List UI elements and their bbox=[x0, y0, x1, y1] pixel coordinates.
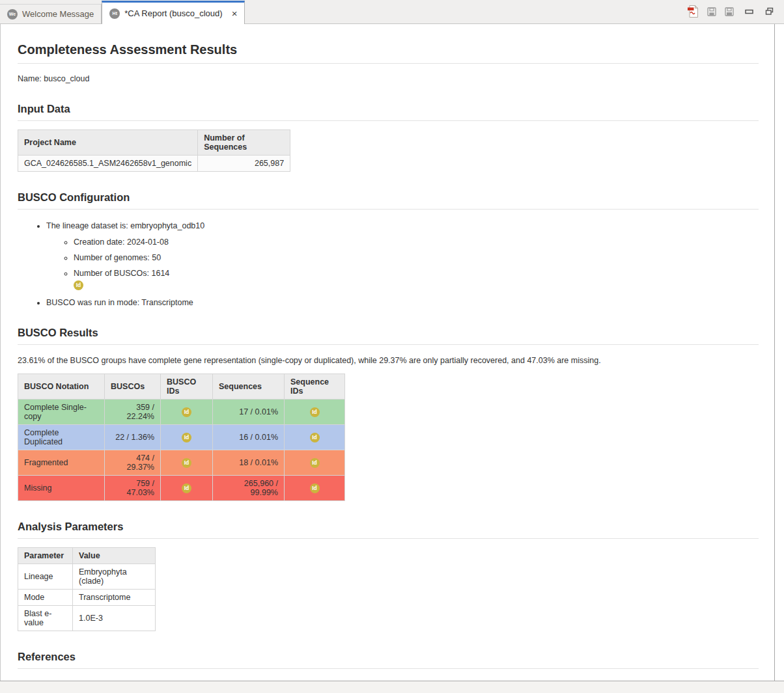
cell-project-name: GCA_024626585.1_ASM2462658v1_genomic bbox=[18, 156, 198, 172]
cell-buscos: 359 / 22.24% bbox=[105, 400, 161, 425]
cell-value: 1.0E-3 bbox=[73, 606, 156, 631]
id-list-icon[interactable]: Id bbox=[182, 458, 191, 468]
busco-config-list: The lineage dataset is: embryophyta_odb1… bbox=[18, 221, 759, 307]
cell-busco-ids: Id bbox=[161, 450, 213, 476]
col-header-sequences: Sequences bbox=[213, 374, 285, 400]
id-list-icon[interactable]: Id bbox=[182, 407, 191, 417]
section-heading-busco-configuration: BUSCO Configuration bbox=[18, 191, 759, 210]
cell-parameter: Lineage bbox=[18, 564, 73, 590]
table-header-row: Parameter Value bbox=[18, 548, 156, 564]
id-list-icon[interactable]: Id bbox=[182, 433, 191, 442]
cell-value: Transcriptome bbox=[73, 590, 156, 606]
table-row-complete-duplicated: Complete Duplicated 22 / 1.36% Id 16 / 0… bbox=[18, 425, 345, 450]
cell-sequences: 17 / 0.01% bbox=[213, 400, 285, 425]
section-heading-busco-results: BUSCO Results bbox=[18, 327, 759, 345]
cell-parameter: Blast e-value bbox=[18, 606, 73, 631]
list-item-num-genomes: Number of genomes: 50 bbox=[74, 253, 759, 262]
export-pdf-icon[interactable] bbox=[687, 5, 699, 18]
cell-sequences: 18 / 0.01% bbox=[213, 450, 285, 476]
cell-notation: Missing bbox=[18, 476, 105, 501]
cell-buscos: 474 / 29.37% bbox=[105, 450, 161, 476]
cell-parameter: Mode bbox=[18, 590, 73, 606]
view-toolbar bbox=[679, 5, 774, 18]
col-header-project-name: Project Name bbox=[18, 130, 198, 156]
section-heading-input-data: Input Data bbox=[18, 103, 759, 121]
report-name: Name: busco_cloud bbox=[18, 74, 759, 83]
tab-welcome-message[interactable]: We Welcome Message bbox=[0, 4, 102, 23]
col-header-buscos: BUSCOs bbox=[105, 374, 161, 400]
table-row-mode: Mode Transcriptome bbox=[18, 590, 156, 606]
busco-results-summary: 23.61% of the BUSCO groups have complete… bbox=[18, 356, 759, 365]
status-bar-area bbox=[0, 681, 784, 693]
tab-label: Welcome Message bbox=[22, 9, 94, 19]
save-icon[interactable] bbox=[707, 7, 716, 16]
lineage-sublist: Creation date: 2024-01-08 Number of geno… bbox=[46, 238, 759, 290]
cell-sequences: 16 / 0.01% bbox=[213, 425, 285, 450]
col-header-parameter: Parameter bbox=[18, 548, 73, 564]
minimize-icon[interactable] bbox=[745, 8, 754, 15]
list-item-mode: BUSCO was run in mode: Transcriptome bbox=[46, 298, 759, 307]
id-list-icon[interactable]: Id bbox=[182, 483, 191, 493]
input-data-table: Project Name Number of Sequences GCA_024… bbox=[18, 129, 290, 172]
col-header-value: Value bbox=[73, 548, 156, 564]
report-pane: Completeness Assessment Results Name: bu… bbox=[0, 24, 775, 681]
id-list-icon[interactable]: Id bbox=[74, 280, 83, 290]
tab-ca-report[interactable]: Ht *CA Report (busco_cloud) × bbox=[102, 1, 245, 24]
cell-value: Embryophyta (clade) bbox=[73, 564, 156, 590]
cell-buscos: 22 / 1.36% bbox=[105, 425, 161, 450]
list-item-num-buscos: Number of BUSCOs: 1614 Id bbox=[74, 269, 759, 290]
welcome-tab-icon: We bbox=[7, 9, 18, 20]
col-header-busco-ids: BUSCO IDs bbox=[161, 374, 213, 400]
cell-sequences: 265,960 / 99.99% bbox=[213, 476, 285, 501]
editor-tab-bar: We Welcome Message Ht *CA Report (busco_… bbox=[0, 0, 784, 24]
table-row-missing: Missing 759 / 47.03% Id 265,960 / 99.99%… bbox=[18, 476, 345, 501]
section-heading-references: References bbox=[18, 651, 759, 669]
cell-sequence-ids: Id bbox=[285, 400, 345, 425]
table-row-complete-single-copy: Complete Single-copy 359 / 22.24% Id 17 … bbox=[18, 400, 345, 425]
table-header-row: BUSCO Notation BUSCOs BUSCO IDs Sequence… bbox=[18, 374, 345, 400]
restore-icon[interactable] bbox=[765, 7, 774, 16]
cell-buscos: 759 / 47.03% bbox=[105, 476, 161, 501]
id-list-icon[interactable]: Id bbox=[310, 433, 320, 442]
report-tab-icon: Ht bbox=[109, 8, 120, 19]
analysis-parameters-table: Parameter Value Lineage Embryophyta (cla… bbox=[18, 547, 156, 631]
table-row-lineage: Lineage Embryophyta (clade) bbox=[18, 564, 156, 590]
badge-row: Id bbox=[74, 280, 759, 290]
cell-busco-ids: Id bbox=[161, 425, 213, 450]
table-row-fragmented: Fragmented 474 / 29.37% Id 18 / 0.01% Id bbox=[18, 450, 345, 476]
cell-num-sequences: 265,987 bbox=[198, 156, 290, 172]
save-as-icon[interactable] bbox=[725, 7, 734, 16]
col-header-busco-notation: BUSCO Notation bbox=[18, 374, 105, 400]
cell-sequence-ids: Id bbox=[285, 476, 345, 501]
cell-busco-ids: Id bbox=[161, 400, 213, 425]
close-icon[interactable]: × bbox=[232, 8, 238, 18]
list-item-creation-date: Creation date: 2024-01-08 bbox=[74, 238, 759, 247]
tab-label: *CA Report (busco_cloud) bbox=[124, 8, 222, 18]
col-header-sequence-ids: Sequence IDs bbox=[285, 374, 345, 400]
cell-notation: Complete Single-copy bbox=[18, 400, 105, 425]
table-row-blast-evalue: Blast e-value 1.0E-3 bbox=[18, 606, 156, 631]
busco-results-table: BUSCO Notation BUSCOs BUSCO IDs Sequence… bbox=[18, 374, 345, 501]
table-header-row: Project Name Number of Sequences bbox=[18, 130, 290, 156]
num-buscos-text: Number of BUSCOs: 1614 bbox=[74, 269, 169, 278]
page-title: Completeness Assessment Results bbox=[18, 42, 759, 64]
id-list-icon[interactable]: Id bbox=[310, 458, 320, 468]
id-list-icon[interactable]: Id bbox=[310, 407, 320, 417]
id-list-icon[interactable]: Id bbox=[310, 483, 320, 493]
cell-sequence-ids: Id bbox=[285, 425, 345, 450]
table-row: GCA_024626585.1_ASM2462658v1_genomic 265… bbox=[18, 156, 290, 172]
col-header-num-sequences: Number of Sequences bbox=[198, 130, 290, 156]
cell-sequence-ids: Id bbox=[285, 450, 345, 476]
cell-busco-ids: Id bbox=[161, 476, 213, 501]
section-heading-analysis-parameters: Analysis Parameters bbox=[18, 521, 759, 539]
list-item-lineage: The lineage dataset is: embryophyta_odb1… bbox=[46, 221, 759, 290]
cell-notation: Complete Duplicated bbox=[18, 425, 105, 450]
lineage-text: The lineage dataset is: embryophyta_odb1… bbox=[46, 221, 204, 230]
cell-notation: Fragmented bbox=[18, 450, 105, 476]
